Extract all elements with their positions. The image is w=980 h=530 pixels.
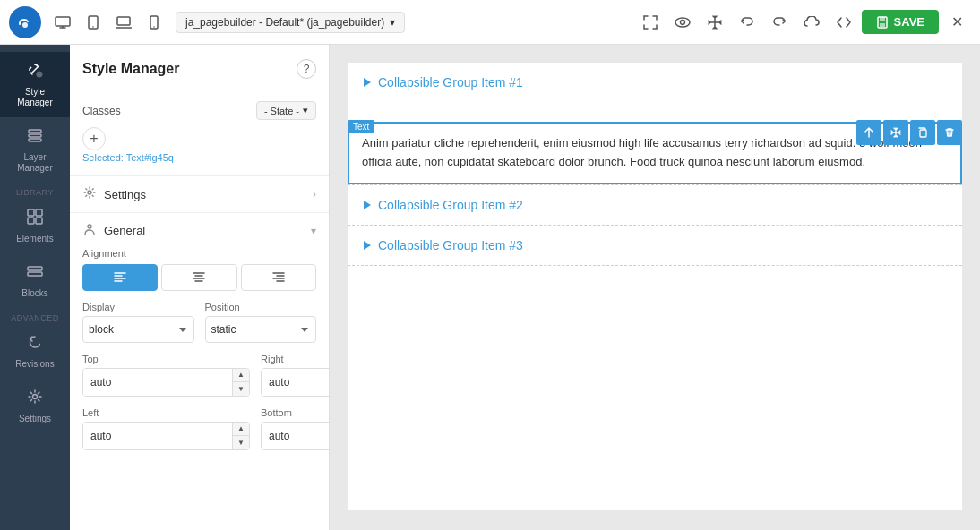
add-class-icon: +	[90, 131, 98, 147]
help-button[interactable]: ?	[297, 59, 316, 79]
right-spinner[interactable]: ▲ ▼	[261, 368, 330, 397]
device-desktop[interactable]	[48, 8, 77, 37]
left-decrement[interactable]: ▼	[233, 436, 249, 449]
add-class-button[interactable]: +	[82, 127, 106, 150]
bottom-input[interactable]	[262, 423, 330, 449]
sidebar-item-elements-label: Elements	[16, 234, 54, 244]
bottom-spinner[interactable]: ▲ ▼	[261, 422, 330, 450]
general-title: General	[104, 224, 145, 237]
settings-arrow: ›	[313, 188, 316, 201]
svg-rect-2	[56, 17, 70, 26]
align-right-button[interactable]	[241, 264, 316, 291]
alignment-row	[82, 264, 316, 291]
redo-button[interactable]	[765, 8, 794, 37]
display-position-row: Display block inline inline-block flex n…	[82, 302, 316, 343]
settings-section-row[interactable]: Settings ›	[70, 176, 329, 213]
sidebar-item-layer-manager[interactable]: LayerManager	[0, 117, 70, 183]
svg-point-9	[680, 20, 684, 24]
general-section: General ▾ Alignment Display	[70, 213, 329, 472]
svg-rect-5	[117, 17, 130, 25]
device-laptop[interactable]	[109, 8, 138, 37]
collapsible-header-2[interactable]: Collapsible Group Item #2	[348, 185, 962, 225]
svg-point-1	[22, 22, 28, 28]
help-icon: ?	[304, 63, 310, 75]
top-increment[interactable]: ▲	[233, 369, 249, 382]
sidebar-item-settings[interactable]: Settings	[0, 379, 70, 433]
collapsible-label-3: Collapsible Group Item #3	[378, 238, 523, 252]
collapsible-item-2: Collapsible Group Item #2	[348, 185, 962, 226]
sidebar-item-revisions[interactable]: Revisions	[0, 324, 70, 379]
svg-point-7	[153, 26, 155, 28]
top-input[interactable]	[83, 369, 232, 396]
align-left-button[interactable]	[82, 264, 158, 291]
close-button[interactable]: ✕	[942, 8, 971, 37]
top-decrement[interactable]: ▼	[233, 382, 249, 396]
top-right-row: Top ▲ ▼ Right ▲ ▼	[82, 354, 316, 397]
state-dropdown[interactable]: - State - ▾	[256, 101, 316, 120]
app-logo[interactable]	[9, 6, 41, 38]
position-select[interactable]: static relative absolute fixed	[205, 316, 317, 343]
display-label: Display	[82, 302, 194, 312]
collapsible-header-1[interactable]: Collapsible Group Item #1	[348, 63, 962, 102]
code-button[interactable]	[830, 8, 858, 37]
right-input[interactable]	[262, 369, 330, 396]
topbar-right: SAVE ✕	[636, 8, 971, 37]
svg-rect-15	[29, 134, 41, 137]
left-input[interactable]	[83, 423, 232, 449]
classes-label: Classes	[82, 105, 121, 117]
save-button[interactable]: SAVE	[862, 10, 939, 34]
general-icon	[82, 222, 97, 239]
panel-title: Style Manager	[82, 61, 179, 77]
left-bottom-row: Left ▲ ▼ Bottom ▲	[82, 407, 316, 450]
svg-rect-11	[880, 17, 885, 21]
selected-class-value: Text#ig45q	[126, 152, 174, 163]
fullscreen-button[interactable]	[636, 8, 665, 37]
state-dropdown-arrow: ▾	[303, 105, 308, 116]
sidebar-item-layer-manager-label: LayerManager	[17, 152, 52, 174]
svg-point-8	[675, 18, 690, 27]
align-center-button[interactable]	[161, 264, 236, 291]
copy-button[interactable]	[910, 120, 935, 145]
svg-rect-12	[880, 23, 885, 27]
library-section-label: LIBRARY	[16, 183, 54, 199]
svg-rect-14	[29, 130, 41, 132]
bottom-label: Bottom	[261, 407, 330, 418]
svg-point-4	[92, 26, 94, 28]
move-tool-button[interactable]	[701, 8, 729, 37]
settings-section-icon	[82, 185, 97, 203]
undo-button[interactable]	[733, 8, 761, 37]
sidebar-item-elements[interactable]: Elements	[0, 199, 70, 253]
svg-rect-19	[28, 218, 34, 224]
general-header[interactable]: General ▾	[82, 213, 316, 248]
canvas-area[interactable]: Collapsible Group Item #1 Text	[330, 45, 980, 530]
sidebar-item-style-manager[interactable]: StyleManager	[0, 52, 70, 117]
sidebar-item-settings-label: Settings	[19, 414, 51, 424]
device-tablet[interactable]	[79, 8, 107, 37]
collapsible-label-2: Collapsible Group Item #2	[378, 198, 523, 212]
move-up-button[interactable]	[856, 120, 881, 145]
top-spinner[interactable]: ▲ ▼	[82, 368, 250, 397]
svg-point-13	[37, 72, 42, 77]
svg-rect-21	[28, 267, 42, 270]
position-label: Position	[205, 302, 317, 312]
alignment-label: Alignment	[82, 248, 316, 259]
revisions-icon	[26, 333, 44, 355]
device-mobile[interactable]	[140, 8, 168, 37]
collapsible-label-1: Collapsible Group Item #1	[378, 75, 523, 90]
cloud-button[interactable]	[797, 8, 826, 37]
preview-button[interactable]	[668, 8, 697, 37]
display-group: Display block inline inline-block flex n…	[82, 302, 194, 343]
right-label: Right	[261, 354, 330, 364]
collapsible-header-3[interactable]: Collapsible Group Item #3	[348, 226, 962, 265]
file-selector[interactable]: ja_pagebuilder - Default* (ja_pagebuilde…	[176, 12, 405, 33]
sidebar-item-blocks[interactable]: Blocks	[0, 253, 70, 308]
left-increment[interactable]: ▲	[233, 423, 249, 436]
delete-button[interactable]	[937, 120, 962, 145]
file-selector-label: ja_pagebuilder - Default* (ja_pagebuilde…	[185, 16, 384, 29]
display-select[interactable]: block inline inline-block flex none	[82, 316, 194, 343]
style-manager-icon	[26, 61, 44, 83]
classes-section: Classes - State - ▾ + Selected: Text#ig4…	[70, 90, 329, 176]
drag-button[interactable]	[883, 120, 908, 145]
left-spinner[interactable]: ▲ ▼	[82, 422, 250, 450]
canvas-inner: Collapsible Group Item #1 Text	[348, 63, 962, 510]
